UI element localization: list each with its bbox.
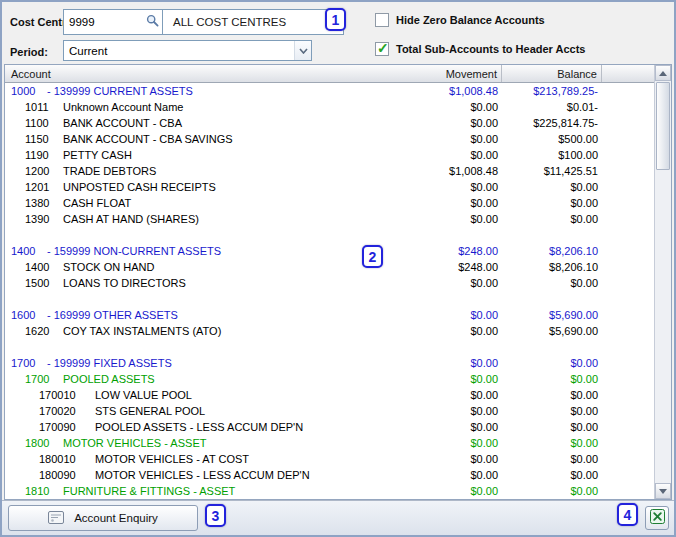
table-row[interactable]: 1380CASH FLOAT$0.00$0.00 <box>5 195 654 211</box>
period-select[interactable]: Current <box>63 40 312 61</box>
account-code: 1200 <box>25 165 63 177</box>
movement-value: $0.00 <box>407 277 502 289</box>
account-code: 170090 <box>39 421 95 433</box>
account-code: 1011 <box>25 101 63 113</box>
account-code: 1400 <box>11 245 47 257</box>
account-name: STS GENERAL POOL <box>95 405 205 417</box>
table-row[interactable]: 1100BANK ACCOUNT - CBA$0.00$225,814.75- <box>5 115 654 131</box>
chevron-down-icon[interactable] <box>294 41 311 60</box>
table-row[interactable]: 1800MOTOR VEHICLES - ASSET$0.00$0.00 <box>5 435 654 451</box>
table-row[interactable]: 1700- 199999 FIXED ASSETS$0.00$0.00 <box>5 355 654 371</box>
movement-value: $0.00 <box>407 357 502 369</box>
table-row[interactable]: 1600- 169999 OTHER ASSETS$0.00$5,690.00 <box>5 307 654 323</box>
table-header: Account Movement Balance <box>5 65 654 83</box>
table-row[interactable]: 1190PETTY CASH$0.00$100.00 <box>5 147 654 163</box>
movement-value: $0.00 <box>407 197 502 209</box>
account-table-body: 1000- 139999 CURRENT ASSETS$1,008.48$213… <box>5 83 654 499</box>
account-name: TRADE DEBTORS <box>63 165 156 177</box>
account-enquiry-label: Account Enquiry <box>74 512 158 524</box>
scrollbar-track[interactable] <box>655 81 671 483</box>
table-row[interactable]: 1400- 159999 NON-CURRENT ASSETS$248.00$8… <box>5 243 654 259</box>
cost-centre-input[interactable]: 9999 <box>64 10 163 34</box>
table-row[interactable]: 1000- 139999 CURRENT ASSETS$1,008.48$213… <box>5 83 654 99</box>
search-icon[interactable] <box>146 13 159 31</box>
cost-centre-name: ALL COST CENTRES <box>163 16 286 28</box>
annotation-marker-1: 1 <box>325 8 346 31</box>
table-row[interactable]: 180090MOTOR VEHICLES - LESS ACCUM DEP'N$… <box>5 467 654 483</box>
table-row[interactable]: 1011Unknown Account Name$0.00$0.01- <box>5 99 654 115</box>
movement-value: $0.00 <box>407 485 502 497</box>
column-header-spacer <box>602 65 654 82</box>
checkbox-box[interactable] <box>375 42 389 56</box>
movement-value: $0.00 <box>407 325 502 337</box>
accounts-grid: Account Movement Balance 1000- 139999 CU… <box>4 64 672 500</box>
table-row[interactable]: 1400STOCK ON HAND$248.00$8,206.10 <box>5 259 654 275</box>
checkbox-label: Total Sub-Accounts to Header Accts <box>396 43 585 55</box>
account-code: 1500 <box>25 277 63 289</box>
movement-value: $0.00 <box>407 149 502 161</box>
table-row[interactable]: 1810FURNITURE & FITTINGS - ASSET$0.00$0.… <box>5 483 654 499</box>
movement-value: $0.00 <box>407 453 502 465</box>
account-name: - 159999 NON-CURRENT ASSETS <box>47 245 221 257</box>
balance-value: $8,206.10 <box>502 245 602 257</box>
movement-value: $0.00 <box>407 469 502 481</box>
scroll-down-button[interactable] <box>655 483 671 499</box>
balance-value: $0.00 <box>502 197 602 209</box>
account-enquiry-button[interactable]: Account Enquiry <box>8 505 198 531</box>
table-row[interactable]: 1200TRADE DEBTORS$1,008.48$11,425.51 <box>5 163 654 179</box>
table-row[interactable]: 170020STS GENERAL POOL$0.00$0.00 <box>5 403 654 419</box>
table-row[interactable]: 1201UNPOSTED CASH RECEIPTS$0.00$0.00 <box>5 179 654 195</box>
scrollbar-thumb[interactable] <box>656 82 670 170</box>
column-header-account[interactable]: Account <box>5 65 407 82</box>
excel-export-button[interactable] <box>645 506 669 530</box>
account-name: BANK ACCOUNT - CBA SAVINGS <box>63 133 233 145</box>
account-code: 1800 <box>25 437 63 449</box>
movement-value: $0.00 <box>407 309 502 321</box>
account-name: POOLED ASSETS - LESS ACCUM DEP'N <box>95 421 303 433</box>
account-name: LOANS TO DIRECTORS <box>63 277 186 289</box>
column-header-balance[interactable]: Balance <box>502 65 602 82</box>
period-label: Period: <box>10 46 48 58</box>
table-row[interactable]: 1390CASH AT HAND (SHARES)$0.00$0.00 <box>5 211 654 227</box>
balance-value: $0.01- <box>502 101 602 113</box>
period-value: Current <box>69 45 107 57</box>
balance-value: $5,690.00 <box>502 325 602 337</box>
table-row[interactable]: 1150BANK ACCOUNT - CBA SAVINGS$0.00$500.… <box>5 131 654 147</box>
movement-value: $0.00 <box>407 117 502 129</box>
hide-zero-balance-checkbox[interactable]: Hide Zero Balance Accounts <box>375 13 545 27</box>
scroll-up-button[interactable] <box>655 65 671 81</box>
movement-value: $248.00 <box>407 261 502 273</box>
footer-bar: Account Enquiry <box>2 500 674 535</box>
account-code: 1400 <box>25 261 63 273</box>
movement-value: $0.00 <box>407 101 502 113</box>
table-row[interactable]: 180010MOTOR VEHICLES - AT COST$0.00$0.00 <box>5 451 654 467</box>
account-code: 1150 <box>25 133 63 145</box>
table-row[interactable]: 1700POOLED ASSETS$0.00$0.00 <box>5 371 654 387</box>
balance-value: $0.00 <box>502 389 602 401</box>
table-row[interactable]: 1620COY TAX INSTALMENTS (ATO)$0.00$5,690… <box>5 323 654 339</box>
account-code: 180010 <box>39 453 95 465</box>
vertical-scrollbar[interactable] <box>654 65 671 499</box>
account-code: 1390 <box>25 213 63 225</box>
table-row[interactable]: 170090POOLED ASSETS - LESS ACCUM DEP'N$0… <box>5 419 654 435</box>
table-row[interactable]: 170010LOW VALUE POOL$0.00$0.00 <box>5 387 654 403</box>
annotation-marker-3: 3 <box>205 504 226 527</box>
checkbox-box[interactable] <box>375 13 389 27</box>
checkbox-label: Hide Zero Balance Accounts <box>396 14 545 26</box>
account-name: UNPOSTED CASH RECEIPTS <box>63 181 216 193</box>
account-name: MOTOR VEHICLES - AT COST <box>95 453 249 465</box>
balance-value: $0.00 <box>502 373 602 385</box>
table-row[interactable]: 1500LOANS TO DIRECTORS$0.00$0.00 <box>5 275 654 291</box>
balance-value: $0.00 <box>502 437 602 449</box>
account-code: 1100 <box>25 117 63 129</box>
excel-icon <box>650 509 665 527</box>
account-name: BANK ACCOUNT - CBA <box>63 117 182 129</box>
movement-value: $0.00 <box>407 405 502 417</box>
balance-value: $0.00 <box>502 181 602 193</box>
column-header-movement[interactable]: Movement <box>407 65 502 82</box>
balance-value: $100.00 <box>502 149 602 161</box>
table-row-blank <box>5 291 654 307</box>
total-sub-accounts-checkbox[interactable]: Total Sub-Accounts to Header Accts <box>375 42 585 56</box>
grid-main: Account Movement Balance 1000- 139999 CU… <box>5 65 654 499</box>
scroll-up-arrow-icon <box>659 71 667 76</box>
